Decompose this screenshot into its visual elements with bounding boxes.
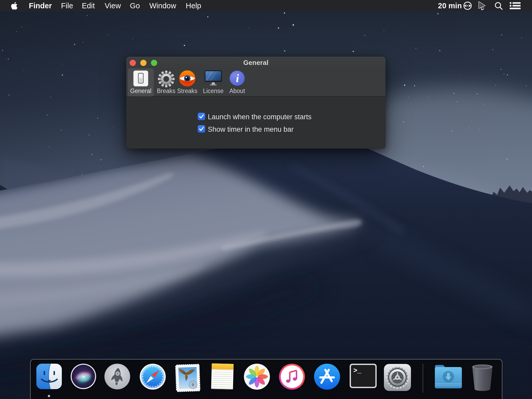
svg-text:i: i: [236, 72, 239, 85]
svg-text:>_: >_: [353, 367, 362, 375]
